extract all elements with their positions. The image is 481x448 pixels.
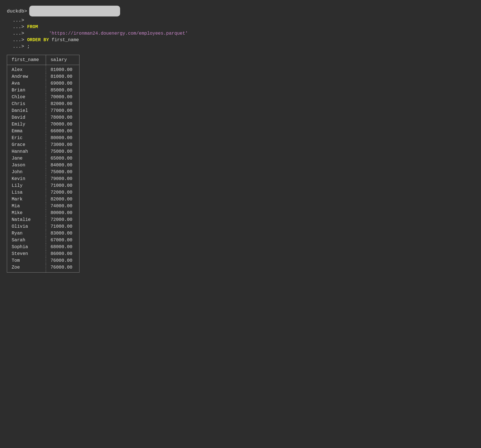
table-row: Ava69000.00 [7,80,80,87]
table-row: Jason84000.00 [7,162,80,169]
cell-first-name: Chris [7,101,46,107]
cell-first-name: Alex [7,65,46,74]
cell-first-name: Sarah [7,237,46,244]
cell-first-name: John [7,169,46,175]
table-row: Chris82000.00 [7,101,80,107]
orderby-field: first_name [49,37,79,43]
table-row: Alex81000.00 [7,65,80,74]
table-row: Ryan83000.00 [7,230,80,237]
cell-first-name: Tom [7,257,46,264]
cell-salary: 82000.00 [46,101,80,107]
table-row: Kevin79000.00 [7,175,80,182]
cell-salary: 84000.00 [46,162,80,169]
cell-salary: 73000.00 [46,141,80,148]
prompt-line-1: duckdb> [7,6,474,16]
cell-salary: 80000.00 [46,135,80,141]
cell-salary: 72000.00 [46,216,80,223]
cell-first-name: Emma [7,128,46,135]
table-row: Chloe70000.00 [7,94,80,101]
table-row: David78000.00 [7,114,80,121]
cell-salary: 74000.00 [46,203,80,210]
prompt-line-3: ...> FROM [7,24,474,30]
table-row: Emma66000.00 [7,128,80,135]
cell-first-name: Jason [7,162,46,169]
cont-prompt-3: ...> [7,24,27,30]
cont-prompt-2: ...> [7,18,24,23]
cell-salary: 81000.00 [46,73,80,80]
table-row: Steven86000.00 [7,250,80,257]
cell-salary: 80000.00 [46,210,80,216]
table-row: Andrew81000.00 [7,73,80,80]
cell-salary: 65000.00 [46,155,80,162]
cell-first-name: Lily [7,182,46,189]
table-row: Lisa72000.00 [7,189,80,196]
cell-first-name: Daniel [7,107,46,114]
table-row: Lily71000.00 [7,182,80,189]
table-row: John75000.00 [7,169,80,175]
prompt-line-6: ...> ; [7,44,474,49]
cell-first-name: Sophia [7,244,46,250]
cell-first-name: Kevin [7,175,46,182]
cell-salary: 75000.00 [46,169,80,175]
cell-first-name: David [7,114,46,121]
table-row: Mia74000.00 [7,203,80,210]
cell-first-name: Lisa [7,189,46,196]
table-row: Mike80000.00 [7,210,80,216]
semicolon: ; [27,44,30,49]
result-table-container: first_name salary Alex81000.00Andrew8100… [7,55,80,273]
cell-salary: 79000.00 [46,175,80,182]
duckdb-prompt: duckdb> [7,9,27,14]
cell-salary: 71000.00 [46,223,80,230]
cell-first-name: Eric [7,135,46,141]
col-header-first-name: first_name [7,55,46,65]
cell-salary: 82000.00 [46,196,80,203]
cell-salary: 71000.00 [46,182,80,189]
cell-first-name: Jane [7,155,46,162]
cell-salary: 86000.00 [46,250,80,257]
table-row: Sophia68000.00 [7,244,80,250]
cell-first-name: Brian [7,87,46,94]
cell-first-name: Ryan [7,230,46,237]
table-row: Grace73000.00 [7,141,80,148]
cont-prompt-4: ...> [7,31,27,36]
table-row: Eric80000.00 [7,135,80,141]
cell-first-name: Mia [7,203,46,210]
cell-first-name: Mike [7,210,46,216]
table-row: Brian85000.00 [7,87,80,94]
col-header-salary: salary [46,55,80,65]
cont-prompt-5: ...> [7,37,27,43]
cell-salary: 75000.00 [46,148,80,155]
table-row: Zoe76000.00 [7,264,80,273]
prompt-line-2: ...> [7,18,474,23]
command-input[interactable] [29,6,120,16]
table-row: Sarah67000.00 [7,237,80,244]
cell-salary: 68000.00 [46,244,80,250]
cell-first-name: Steven [7,250,46,257]
cell-salary: 70000.00 [46,94,80,101]
cell-first-name: Chloe [7,94,46,101]
cell-salary: 76000.00 [46,257,80,264]
table-row: Olivia71000.00 [7,223,80,230]
cell-salary: 76000.00 [46,264,80,273]
cell-first-name: Ava [7,80,46,87]
result-table: first_name salary Alex81000.00Andrew8100… [7,55,80,273]
cell-first-name: Emily [7,121,46,128]
cell-first-name: Hannah [7,148,46,155]
cell-salary: 70000.00 [46,121,80,128]
table-row: Tom76000.00 [7,257,80,264]
keyword-from: FROM [27,24,38,30]
cell-first-name: Olivia [7,223,46,230]
url-string: 'https://ironman24.douenergy.com/employe… [27,31,188,36]
table-row: Mark82000.00 [7,196,80,203]
cell-salary: 77000.00 [46,107,80,114]
cell-first-name: Andrew [7,73,46,80]
cont-prompt-6: ...> [7,44,27,49]
cell-first-name: Zoe [7,264,46,273]
prompt-line-4: ...> 'https://ironman24.douenergy.com/em… [7,31,474,36]
terminal: duckdb> ...> ...> FROM ...> 'https://iro… [7,6,474,274]
table-row: Daniel77000.00 [7,107,80,114]
table-row: Hannah75000.00 [7,148,80,155]
cell-first-name: Mark [7,196,46,203]
cell-salary: 81000.00 [46,65,80,74]
table-row: Emily70000.00 [7,121,80,128]
